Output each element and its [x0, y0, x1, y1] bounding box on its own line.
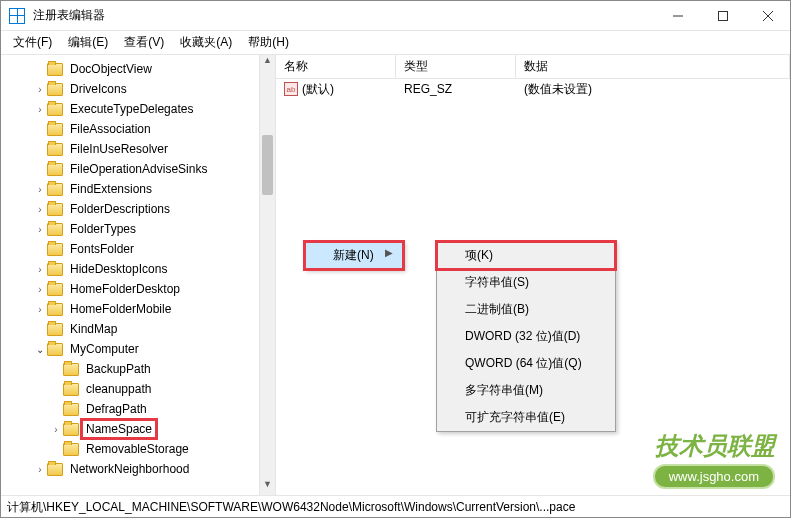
- ctx-string-label: 字符串值(S): [465, 275, 529, 289]
- tree-item[interactable]: ›FolderDescriptions: [1, 199, 275, 219]
- tree-item-label: ExecuteTypeDelegates: [67, 101, 196, 117]
- chevron-icon[interactable]: ⌄: [33, 344, 47, 355]
- statusbar: 计算机\HKEY_LOCAL_MACHINE\SOFTWARE\WOW6432N…: [1, 495, 790, 517]
- tree-item[interactable]: FileAssociation: [1, 119, 275, 139]
- folder-icon: [47, 203, 63, 216]
- tree-item[interactable]: ›FolderTypes: [1, 219, 275, 239]
- watermark: 技术员联盟 www.jsgho.com: [653, 430, 775, 489]
- column-name[interactable]: 名称: [276, 54, 396, 79]
- chevron-icon[interactable]: ›: [49, 424, 63, 435]
- tree-item[interactable]: FontsFolder: [1, 239, 275, 259]
- tree-item[interactable]: cleanuppath: [1, 379, 275, 399]
- tree-item[interactable]: FileOperationAdviseSinks: [1, 159, 275, 179]
- ctx-binary[interactable]: 二进制值(B): [437, 296, 615, 323]
- chevron-icon[interactable]: ›: [33, 184, 47, 195]
- menu-file[interactable]: 文件(F): [5, 32, 60, 53]
- folder-icon: [47, 343, 63, 356]
- context-menu-primary: 新建(N) ▶: [304, 241, 404, 270]
- tree-item-label: FontsFolder: [67, 241, 137, 257]
- folder-icon: [63, 363, 79, 376]
- ctx-qword-label: QWORD (64 位)值(Q): [465, 356, 582, 370]
- app-icon: [9, 8, 25, 24]
- folder-icon: [63, 403, 79, 416]
- svg-rect-1: [718, 11, 727, 20]
- tree-item-label: FileInUseResolver: [67, 141, 171, 157]
- tree-item-label: FileAssociation: [67, 121, 154, 137]
- tree-item-label: HomeFolderMobile: [67, 301, 174, 317]
- ctx-key[interactable]: 项(K): [437, 242, 615, 269]
- tree-item[interactable]: ›DriveIcons: [1, 79, 275, 99]
- list-header: 名称 类型 数据: [276, 55, 790, 79]
- tree-panel: DocObjectView›DriveIcons›ExecuteTypeDele…: [1, 55, 276, 495]
- scroll-up-icon[interactable]: ▲: [260, 55, 275, 71]
- tree-item-label: DocObjectView: [67, 61, 155, 77]
- list-row[interactable]: ab(默认) REG_SZ (数值未设置): [276, 79, 790, 99]
- ctx-expand[interactable]: 可扩充字符串值(E): [437, 404, 615, 431]
- tree-item[interactable]: DefragPath: [1, 399, 275, 419]
- tree-item[interactable]: FileInUseResolver: [1, 139, 275, 159]
- tree-item-label: KindMap: [67, 321, 120, 337]
- tree-item[interactable]: BackupPath: [1, 359, 275, 379]
- scroll-thumb[interactable]: [262, 135, 273, 195]
- tree-item-label: FolderDescriptions: [67, 201, 173, 217]
- folder-icon: [47, 303, 63, 316]
- tree-item[interactable]: ›NameSpace: [1, 419, 275, 439]
- chevron-icon[interactable]: ›: [33, 84, 47, 95]
- chevron-icon[interactable]: ›: [33, 104, 47, 115]
- column-data[interactable]: 数据: [516, 54, 790, 79]
- tree-item[interactable]: ›HomeFolderMobile: [1, 299, 275, 319]
- chevron-icon[interactable]: ›: [33, 304, 47, 315]
- tree-item-label: RemovableStorage: [83, 441, 192, 457]
- tree-item[interactable]: RemovableStorage: [1, 439, 275, 459]
- tree-item[interactable]: ›FindExtensions: [1, 179, 275, 199]
- status-path: 计算机\HKEY_LOCAL_MACHINE\SOFTWARE\WOW6432N…: [7, 500, 575, 514]
- ctx-string[interactable]: 字符串值(S): [437, 269, 615, 296]
- chevron-icon[interactable]: ›: [33, 264, 47, 275]
- scroll-down-icon[interactable]: ▼: [260, 479, 275, 495]
- tree-item[interactable]: ›NetworkNeighborhood: [1, 459, 275, 479]
- chevron-icon[interactable]: ›: [33, 464, 47, 475]
- ctx-new-label: 新建(N): [333, 248, 374, 262]
- chevron-icon[interactable]: ›: [33, 204, 47, 215]
- tree-item[interactable]: ›ExecuteTypeDelegates: [1, 99, 275, 119]
- menu-help[interactable]: 帮助(H): [240, 32, 297, 53]
- folder-icon: [63, 383, 79, 396]
- menu-view[interactable]: 查看(V): [116, 32, 172, 53]
- registry-tree[interactable]: DocObjectView›DriveIcons›ExecuteTypeDele…: [1, 55, 275, 483]
- tree-item[interactable]: ⌄MyComputer: [1, 339, 275, 359]
- folder-icon: [47, 183, 63, 196]
- tree-item-label: NameSpace: [83, 421, 155, 437]
- folder-icon: [63, 423, 79, 436]
- close-button[interactable]: [745, 1, 790, 31]
- menubar: 文件(F) 编辑(E) 查看(V) 收藏夹(A) 帮助(H): [1, 31, 790, 55]
- tree-item[interactable]: ›HomeFolderDesktop: [1, 279, 275, 299]
- ctx-multi[interactable]: 多字符串值(M): [437, 377, 615, 404]
- ctx-key-label: 项(K): [465, 248, 493, 262]
- chevron-icon[interactable]: ›: [33, 284, 47, 295]
- string-value-icon: ab: [284, 82, 298, 96]
- column-type[interactable]: 类型: [396, 54, 516, 79]
- ctx-qword[interactable]: QWORD (64 位)值(Q): [437, 350, 615, 377]
- chevron-icon[interactable]: ›: [33, 224, 47, 235]
- folder-icon: [47, 283, 63, 296]
- content-area: DocObjectView›DriveIcons›ExecuteTypeDele…: [1, 55, 790, 495]
- tree-item[interactable]: ›HideDesktopIcons: [1, 259, 275, 279]
- menu-edit[interactable]: 编辑(E): [60, 32, 116, 53]
- tree-item[interactable]: KindMap: [1, 319, 275, 339]
- context-menu-new-submenu: 项(K) 字符串值(S) 二进制值(B) DWORD (32 位)值(D) QW…: [436, 241, 616, 432]
- folder-icon: [47, 223, 63, 236]
- menu-favorites[interactable]: 收藏夹(A): [172, 32, 240, 53]
- maximize-button[interactable]: [700, 1, 745, 31]
- minimize-button[interactable]: [655, 1, 700, 31]
- window-title: 注册表编辑器: [33, 7, 655, 24]
- folder-icon: [47, 163, 63, 176]
- tree-item[interactable]: DocObjectView: [1, 59, 275, 79]
- folder-icon: [47, 123, 63, 136]
- tree-scrollbar[interactable]: ▲ ▼: [259, 55, 275, 495]
- tree-item-label: FindExtensions: [67, 181, 155, 197]
- ctx-dword[interactable]: DWORD (32 位)值(D): [437, 323, 615, 350]
- folder-icon: [47, 83, 63, 96]
- tree-item-label: HideDesktopIcons: [67, 261, 170, 277]
- tree-item-label: BackupPath: [83, 361, 154, 377]
- ctx-new[interactable]: 新建(N) ▶: [305, 242, 403, 269]
